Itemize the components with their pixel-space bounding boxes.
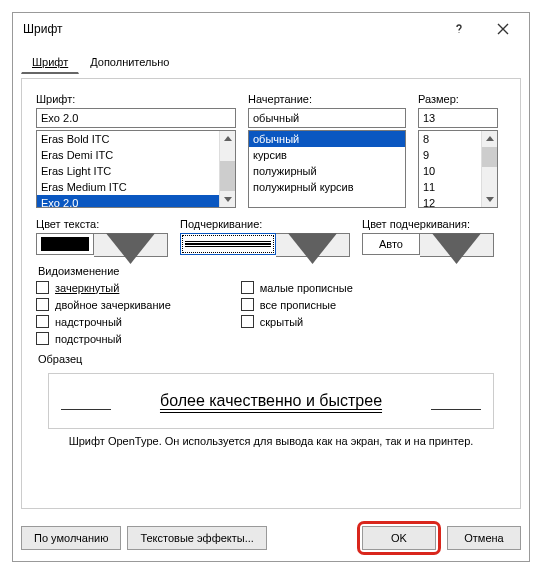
underline-dropdown[interactable] (180, 233, 350, 255)
list-item[interactable]: Eras Bold ITC (37, 131, 235, 147)
scrollbar[interactable] (219, 131, 235, 207)
font-info-text: Шрифт OpenType. Он используется для выво… (36, 435, 506, 447)
scroll-thumb[interactable] (482, 147, 497, 167)
font-input[interactable]: Exo 2.0 (36, 108, 236, 128)
style-list[interactable]: обычный курсив полужирный полужирный кур… (248, 130, 406, 208)
scroll-thumb[interactable] (220, 161, 235, 191)
underline-color-value: Авто (362, 233, 420, 255)
help-button[interactable] (437, 14, 481, 44)
font-color-dropdown[interactable] (36, 233, 168, 255)
sample-legend: Образец (36, 353, 84, 365)
effects-legend: Видоизменение (36, 265, 121, 277)
cancel-button[interactable]: Отмена (447, 526, 521, 550)
font-dialog: Шрифт Шрифт Дополнительно Шрифт: Exo 2.0… (12, 12, 530, 562)
scrollbar[interactable] (481, 131, 497, 207)
underline-color-dropdown[interactable]: Авто (362, 233, 494, 255)
style-input[interactable]: обычный (248, 108, 406, 128)
scroll-down-icon[interactable] (482, 191, 497, 207)
tab-strip: Шрифт Дополнительно (13, 45, 529, 74)
size-input[interactable]: 13 (418, 108, 498, 128)
list-item[interactable]: Eras Medium ITC (37, 179, 235, 195)
text-effects-button[interactable]: Текстовые эффекты... (127, 526, 267, 550)
checkbox-all-caps[interactable]: все прописные (241, 298, 353, 311)
scroll-up-icon[interactable] (482, 131, 497, 147)
list-item[interactable]: Eras Demi ITC (37, 147, 235, 163)
chevron-down-icon[interactable] (94, 233, 168, 257)
checkbox-strikethrough[interactable]: зачеркнутый (36, 281, 171, 294)
chevron-down-icon[interactable] (276, 233, 350, 257)
size-list[interactable]: 8 9 10 11 12 (418, 130, 498, 208)
sample-preview: более качественно и быстрее (48, 373, 494, 429)
window-title: Шрифт (23, 22, 437, 36)
list-item[interactable]: полужирный курсив (249, 179, 405, 195)
default-button[interactable]: По умолчанию (21, 526, 121, 550)
checkbox-double-strike[interactable]: двойное зачеркивание (36, 298, 171, 311)
ok-highlight: OK (357, 521, 441, 555)
font-list[interactable]: Eras Bold ITC Eras Demi ITC Eras Light I… (36, 130, 236, 208)
size-label: Размер: (418, 93, 498, 105)
tab-advanced[interactable]: Дополнительно (79, 51, 180, 74)
color-swatch (41, 237, 89, 251)
chevron-down-icon[interactable] (420, 233, 494, 257)
list-item[interactable]: Exo 2.0 (37, 195, 235, 208)
scroll-up-icon[interactable] (220, 131, 235, 147)
style-label: Начертание: (248, 93, 406, 105)
font-label: Шрифт: (36, 93, 236, 105)
sample-text: более качественно и быстрее (160, 392, 382, 410)
checkbox-subscript[interactable]: подстрочный (36, 332, 171, 345)
close-button[interactable] (481, 14, 525, 44)
checkbox-hidden[interactable]: скрытый (241, 315, 353, 328)
list-item[interactable]: обычный (249, 131, 405, 147)
ok-button[interactable]: OK (362, 526, 436, 550)
list-item[interactable]: полужирный (249, 163, 405, 179)
scroll-down-icon[interactable] (220, 191, 235, 207)
checkbox-small-caps[interactable]: малые прописные (241, 281, 353, 294)
dialog-footer: По умолчанию Текстовые эффекты... OK Отм… (13, 515, 529, 561)
list-item[interactable]: курсив (249, 147, 405, 163)
list-item[interactable]: Eras Light ITC (37, 163, 235, 179)
titlebar: Шрифт (13, 13, 529, 45)
underline-sample (185, 241, 271, 247)
tab-font[interactable]: Шрифт (21, 51, 79, 74)
checkbox-superscript[interactable]: надстрочный (36, 315, 171, 328)
